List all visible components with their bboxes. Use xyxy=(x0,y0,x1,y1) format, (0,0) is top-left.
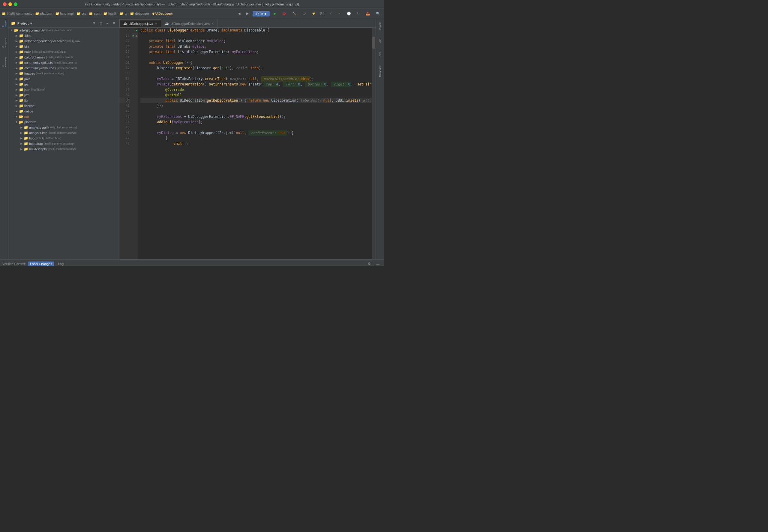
main-content: 1: Project 2: Structure 3: Favorites 📁 P… xyxy=(0,19,384,259)
project-settings-btn[interactable]: ⚙ xyxy=(91,21,97,26)
tree-item-license[interactable]: ▶ 📁 license xyxy=(8,103,119,109)
tree-item-java[interactable]: ▶ 📁 java xyxy=(8,76,119,82)
breadcrumb-item-src[interactable]: 📁 src xyxy=(76,12,86,16)
arrow-icon: ▶ xyxy=(14,98,19,103)
code-editor[interactable]: 25 26 27 28 29 30 31 32 33 34 35 36 37 3… xyxy=(119,28,375,259)
git-push-button[interactable]: 📤 xyxy=(363,11,372,16)
tree-item-boot[interactable]: ▶ 📁 boot [intellij.platform.boot] xyxy=(8,136,119,141)
tree-item-label: analysis-api xyxy=(29,126,46,129)
debug-button[interactable]: 🐞 xyxy=(280,11,288,16)
window-controls[interactable] xyxy=(3,2,17,6)
tree-item-native[interactable]: ▶ 📁 native xyxy=(8,109,119,114)
code-line-32: Disposer.register(Disposer.get("ui"), ch… xyxy=(140,65,372,71)
tree-item-platform[interactable]: ▼ 📂 platform xyxy=(8,119,119,125)
code-line-41: }); xyxy=(140,103,372,109)
ant-label[interactable]: Ant xyxy=(378,37,382,44)
favorites-sidebar-icon[interactable]: 3: Favorites xyxy=(1,59,7,65)
close-button[interactable] xyxy=(3,2,7,6)
git-check-button[interactable]: ✓ xyxy=(327,11,334,16)
tree-item-idea[interactable]: ▶ 📁 .idea xyxy=(8,33,119,38)
tree-item-analysis-api[interactable]: ▶ 📁 analysis-api [intellij.platform.anal… xyxy=(8,125,119,130)
idea-button[interactable]: IDEA ▼ xyxy=(252,11,270,16)
code-content[interactable]: public class UiDebugger extends JPanel i… xyxy=(138,28,372,259)
folder-icon: 📁 xyxy=(19,98,23,103)
tree-item-buildscripts[interactable]: ▶ 📁 build-scripts [intellij.platform.bui… xyxy=(8,146,119,152)
breadcrumb-item-ui[interactable]: 📁 ui xyxy=(119,12,127,16)
tab-local-changes[interactable]: Local Changes xyxy=(28,262,54,266)
breadcrumb-item-com[interactable]: 📁 com xyxy=(89,12,100,16)
breadcrumb-item-langimpl[interactable]: 📁 lang-impl xyxy=(55,12,74,16)
maximize-button[interactable] xyxy=(14,2,17,6)
build-button[interactable]: 🔨 xyxy=(290,11,298,16)
arrow-icon: ▶ xyxy=(14,88,19,92)
arrow-icon: ▶ xyxy=(14,109,19,113)
breadcrumb-item-platform[interactable]: 📁 platform xyxy=(35,12,52,16)
tree-item-lib[interactable]: ▶ 📁 lib xyxy=(8,98,119,103)
project-collapse-btn[interactable]: ⊟ xyxy=(98,21,104,26)
tab-uidebugger[interactable]: ☕ UiDebugger.java ✕ xyxy=(119,19,161,27)
tree-item-aether[interactable]: ▶ 📁 aether-dependency-resolver [intellij… xyxy=(8,38,119,44)
tree-item-jps[interactable]: ▶ 📁 jps xyxy=(8,82,119,87)
project-tree[interactable]: ▼ 📂 intellij-community [intellij.idea.co… xyxy=(8,28,119,259)
vc-close-btn[interactable]: — xyxy=(374,261,381,266)
tree-item-analysis-impl[interactable]: ▶ 📁 analysis-impl [intellij.platform.ana… xyxy=(8,130,119,136)
gradle-label[interactable]: Gradle xyxy=(378,20,382,31)
tree-item-images[interactable]: ▶ 📁 images [intellij.platform.images] xyxy=(8,71,119,76)
module-badge: [intellij.platform.analysi xyxy=(49,131,76,134)
line-numbers: 25 26 27 28 29 30 31 32 33 34 35 36 37 3… xyxy=(119,28,132,259)
search-button[interactable]: 🔍 xyxy=(374,11,382,16)
code-line-27: private final DialogWrapper myDialog; xyxy=(140,38,372,44)
git-history-button[interactable]: 🕐 xyxy=(345,11,353,16)
tab-close-icon[interactable]: ✕ xyxy=(211,22,214,25)
code-line-35: myTabs.getPresentation().setInnerInsets(… xyxy=(140,82,372,87)
arrow-icon: ▶ xyxy=(19,147,23,151)
module-badge: [intellij.java xyxy=(67,40,80,43)
coverage-button[interactable]: 🛡 xyxy=(300,11,308,16)
toolbar: 📁 intellij-community › 📁 platform › 📁 la… xyxy=(0,8,384,19)
breadcrumb-item-class[interactable]: ◆ UiDebugger xyxy=(152,12,173,16)
run-button[interactable]: ▶ xyxy=(271,11,278,16)
tree-item-out[interactable]: ▼ 📂 out xyxy=(8,114,119,119)
title-bar: intellij-community [~/IdeaProjects/intel… xyxy=(0,0,384,8)
arrow-icon: ▼ xyxy=(14,120,19,124)
structure-sidebar-icon[interactable]: 2: Structure xyxy=(1,40,7,46)
tab-icon: ☕ xyxy=(165,22,169,25)
tab-log[interactable]: Log xyxy=(56,262,65,266)
profiler-button[interactable]: ⚡ xyxy=(309,11,318,16)
database-label[interactable]: Database xyxy=(378,64,382,78)
breadcrumb-item-community[interactable]: 📁 intellij-community xyxy=(2,12,32,16)
breadcrumb[interactable]: 📁 intellij-community › 📁 platform › 📁 la… xyxy=(2,12,173,16)
tree-item-jvm[interactable]: ▶ 📁 jvm xyxy=(8,92,119,98)
arrow-icon: ▶ xyxy=(14,77,19,81)
vc-settings-btn[interactable]: ⚙ xyxy=(366,261,373,266)
tree-item-colorschemes[interactable]: ▶ 📁 colorSchemes [intellij.platform.colo… xyxy=(8,55,119,60)
arrow-icon: ▼ xyxy=(10,28,14,32)
folder-icon: 📁 xyxy=(23,147,28,151)
tree-item-community[interactable]: ▼ 📂 intellij-community [intellij.idea.co… xyxy=(8,28,119,33)
module-badge: [intellij.platform.images] xyxy=(36,72,64,75)
project-close-btn[interactable]: ✕ xyxy=(111,21,117,26)
tree-item-bin[interactable]: ▶ 📁 bin xyxy=(8,44,119,49)
git-tick-button[interactable]: ✓ xyxy=(336,11,343,16)
project-gear-btn[interactable]: ≡ xyxy=(105,21,110,26)
tree-item-guitests[interactable]: ▶ 📁 community-guitests [intellij.idea.co… xyxy=(8,60,119,65)
project-sidebar-icon[interactable]: 1: Project xyxy=(1,20,7,27)
tab-uidebuggerext[interactable]: ☕ UiDebuggerExtension.java ✕ xyxy=(161,19,217,27)
tab-close-icon[interactable]: ✕ xyxy=(155,22,157,25)
breadcrumb-item-debugger[interactable]: 📁 debugger xyxy=(130,12,149,16)
code-line-44: addToUi(myExtensions); xyxy=(140,119,372,125)
breadcrumb-item-intellij[interactable]: 📁 intellij xyxy=(103,12,117,16)
back-button[interactable]: ◀ xyxy=(236,11,242,16)
tree-item-json[interactable]: ▶ 📁 json [intellij.json] xyxy=(8,87,119,92)
minimize-button[interactable] xyxy=(8,2,12,6)
tree-item-bootstrap[interactable]: ▶ 📁 bootstrap [intellij.platform.bootstr… xyxy=(8,141,119,146)
scrollbar[interactable] xyxy=(372,28,375,259)
code-line-43: myExtensions = UiDebuggerExtension.EP_NA… xyxy=(140,114,372,119)
bottom-section: Version Control: Local Changes Log ⚙ — 🔍… xyxy=(0,259,384,266)
forward-button[interactable]: ▶ xyxy=(244,11,251,16)
tree-item-resources[interactable]: ▶ 📁 community-resources [intellij.idea.c… xyxy=(8,65,119,71)
tree-item-build[interactable]: ▶ 📁 build [intellij.idea.community.build… xyxy=(8,49,119,55)
cdi-label[interactable]: CDI xyxy=(378,51,382,58)
toolbar-right: ◀ ▶ IDEA ▼ ▶ 🐞 🔨 🛡 ⚡ Git: ✓ ✓ 🕐 ↻ 📤 🔍 xyxy=(236,11,382,16)
git-refresh-button[interactable]: ↻ xyxy=(355,11,362,16)
